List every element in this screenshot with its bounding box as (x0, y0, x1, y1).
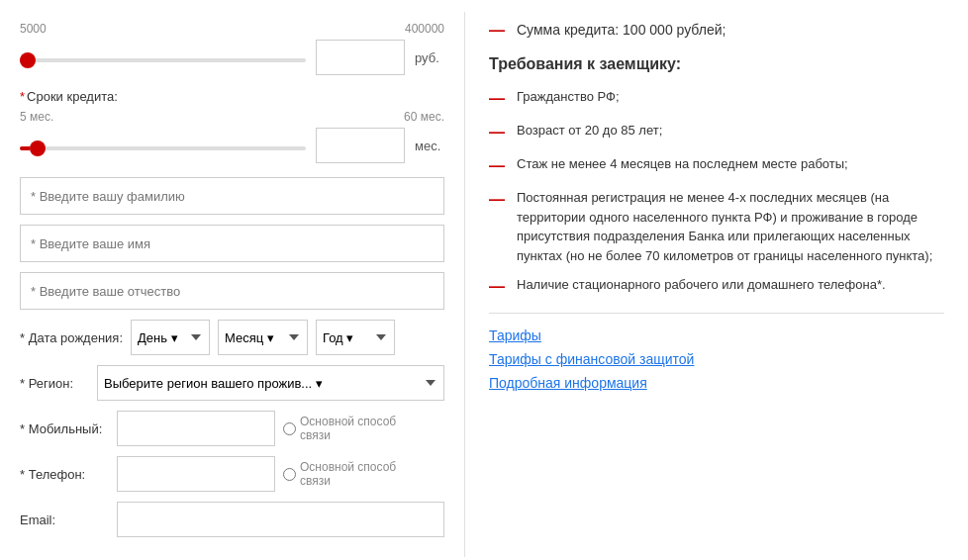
term-section-label: *Сроки кредита: (20, 89, 444, 104)
req4-text: Постоянная регистрация не менее 4-х посл… (517, 188, 944, 265)
link-detailed-info[interactable]: Подробная информация (489, 375, 944, 391)
amount-value-input[interactable]: 5000 (316, 40, 405, 75)
phone-radio-label: Основной способ связи (300, 460, 399, 489)
amount-max-label: 400000 (405, 22, 444, 36)
divider (489, 313, 944, 314)
requirement-item-3: — Стаж не менее 4 месяцев на последнем м… (489, 154, 944, 178)
term-range-input[interactable] (20, 146, 306, 150)
phone-label: * Телефон: (20, 467, 109, 482)
req2-dash: — (489, 121, 507, 144)
surname-input[interactable] (20, 177, 444, 215)
mobile-input[interactable] (117, 411, 275, 446)
email-input[interactable] (117, 502, 444, 537)
phone-radio-input[interactable] (283, 468, 296, 481)
requirement-item-5: — Наличие стационарного рабочего или дом… (489, 275, 944, 299)
link-tariffs[interactable]: Тарифы (489, 327, 944, 343)
email-label: Email: (20, 513, 109, 527)
region-select[interactable]: Выберите регион вашего прожив... ▾ (97, 365, 444, 401)
term-slider-wrapper (20, 138, 306, 153)
term-slider-section: *Сроки кредита: 5 мес. 60 мес. 7 мес. (20, 89, 444, 163)
term-unit-label: мес. (415, 139, 444, 153)
amount-min-label: 5000 (20, 22, 47, 36)
credit-amount-text: Сумма кредита: 100 000 рублей; (517, 22, 726, 38)
amount-slider-row: 5000 руб. (20, 40, 444, 75)
dob-row: * Дата рождения: День ▾12345678910111213… (20, 320, 444, 355)
left-panel: 5000 400000 5000 руб. *Сроки кредита: 5 … (0, 12, 465, 557)
amount-slider-wrapper (20, 49, 306, 65)
mobile-radio-label: Основной способ связи (300, 415, 399, 443)
amount-range-input[interactable] (20, 58, 306, 62)
req5-text: Наличие стационарного рабочего или домаш… (517, 275, 944, 295)
phone-radio-option[interactable]: Основной способ связи (283, 460, 399, 489)
req3-dash: — (489, 154, 507, 178)
email-row: Email: (20, 502, 444, 537)
phone-input[interactable] (117, 456, 275, 492)
term-required-star: * (20, 89, 25, 104)
dob-year-select[interactable]: Год ▾19201921192219231924192519261927192… (316, 320, 395, 355)
req2-text: Возраст от 20 до 85 лет; (517, 121, 944, 140)
req1-text: Гражданство РФ; (517, 87, 944, 107)
mobile-radio-option[interactable]: Основной способ связи (283, 415, 399, 443)
term-value-input[interactable]: 7 (316, 128, 405, 163)
patronymic-input[interactable] (20, 272, 444, 310)
dob-month-select[interactable]: Месяц ▾ЯнварьФевральМартАпрельМайИюньИюл… (218, 320, 308, 355)
term-min-label: 5 мес. (20, 110, 53, 124)
link-tariffs-protected[interactable]: Тарифы с финансовой защитой (489, 351, 944, 367)
dob-label: * Дата рождения: (20, 330, 123, 345)
term-max-label: 60 мес. (404, 110, 444, 124)
amount-slider-section: 5000 400000 5000 руб. (20, 22, 444, 75)
mobile-row: * Мобильный: Основной способ связи (20, 411, 444, 446)
credit-amount-row: — Сумма кредита: 100 000 рублей; (489, 22, 944, 40)
requirement-item-1: — Гражданство РФ; (489, 87, 944, 111)
name-input[interactable] (20, 225, 444, 262)
phone-row: * Телефон: Основной способ связи (20, 456, 444, 492)
requirement-item-4: — Постоянная регистрация не менее 4-х по… (489, 188, 944, 265)
req4-dash: — (489, 188, 507, 212)
mobile-radio-input[interactable] (283, 422, 296, 435)
req1-dash: — (489, 87, 507, 111)
req3-text: Стаж не менее 4 месяцев на последнем мес… (517, 154, 944, 174)
amount-unit-label: руб. (415, 50, 444, 65)
mobile-label: * Мобильный: (20, 421, 109, 436)
right-panel: — Сумма кредита: 100 000 рублей; Требова… (465, 12, 968, 557)
amount-slider-labels: 5000 400000 (20, 22, 444, 36)
term-slider-labels: 5 мес. 60 мес. (20, 110, 444, 124)
term-slider-row: 7 мес. (20, 128, 444, 163)
region-label: * Регион: (20, 376, 89, 391)
dob-day-select[interactable]: День ▾1234567891011121314151617181920212… (131, 320, 210, 355)
credit-amount-dash: — (489, 22, 507, 40)
req5-dash: — (489, 275, 507, 299)
region-row: * Регион: Выберите регион вашего прожив.… (20, 365, 444, 401)
requirement-item-2: — Возраст от 20 до 85 лет; (489, 121, 944, 144)
requirements-title: Требования к заемщику: (489, 55, 944, 73)
